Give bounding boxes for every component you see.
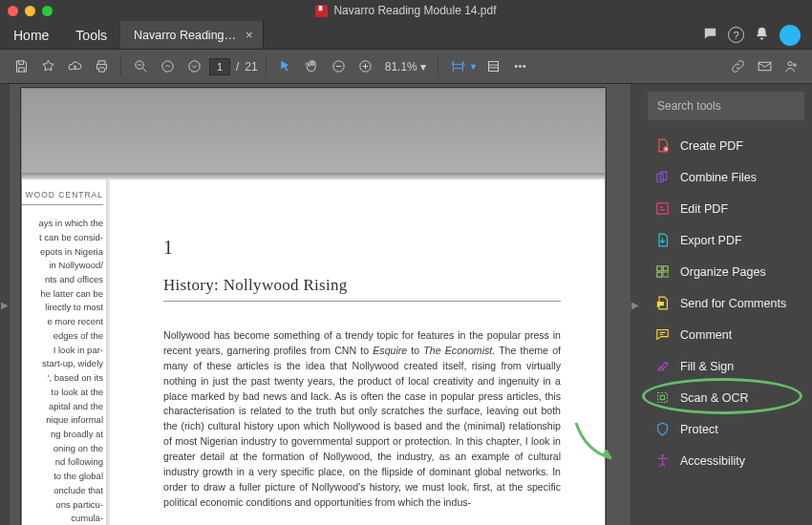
left-page-line: edges of the <box>22 329 103 344</box>
page-separator: / <box>236 60 239 74</box>
left-page-line: oning on the <box>22 442 103 456</box>
svg-point-6 <box>515 65 517 67</box>
tools-sidebar: Search tools Create PDFCombine FilesEdit… <box>640 84 812 525</box>
combine-files-icon <box>653 169 671 186</box>
svg-rect-14 <box>656 203 667 214</box>
accessibility-icon <box>653 452 671 470</box>
tool-label: Organize Pages <box>680 265 766 279</box>
fit-width-icon[interactable] <box>446 55 469 78</box>
left-page-line: ng broadly at <box>22 428 103 442</box>
hand-tool-icon[interactable] <box>301 55 324 78</box>
share-link-icon[interactable] <box>726 55 749 78</box>
page-total: 21 <box>245 60 257 74</box>
zoom-in-icon[interactable] <box>354 55 377 78</box>
close-tab-icon[interactable]: × <box>246 28 253 42</box>
pdf-file-icon: ▘ <box>315 5 328 17</box>
export-pdf-icon <box>653 232 671 249</box>
tab-tools[interactable]: Tools <box>62 21 120 49</box>
svg-rect-18 <box>663 272 668 277</box>
page-display-icon[interactable] <box>481 55 504 78</box>
svg-point-2 <box>188 61 199 72</box>
svg-point-20 <box>661 454 664 457</box>
left-page-line: ', based on its <box>22 371 103 386</box>
tool-fill-sign[interactable]: Fill & Sign <box>640 350 812 382</box>
left-page-line: in Nollywood/ <box>22 259 103 273</box>
star-icon[interactable] <box>36 55 59 78</box>
tool-create-pdf[interactable]: Create PDF <box>640 130 812 161</box>
page-indicator: / 21 <box>209 58 258 75</box>
svg-rect-9 <box>759 62 771 71</box>
zoom-level[interactable]: 81.1% ▾ <box>385 60 426 74</box>
toolbar: / 21 81.1% ▾ ▼ <box>0 50 812 84</box>
tool-combine-files[interactable]: Combine Files <box>640 161 812 193</box>
more-tools-icon[interactable] <box>508 55 531 78</box>
left-page-line: ons particu- <box>22 498 103 513</box>
window-titlebar: ▘ Navarro Reading Module 14.pdf <box>0 0 812 21</box>
left-page-header: WOOD CENTRAL <box>22 189 103 205</box>
svg-rect-15 <box>656 266 661 271</box>
left-page-line: to the global <box>22 470 103 484</box>
tool-label: Create PDF <box>680 139 743 153</box>
left-panel-toggle[interactable]: ▶ <box>0 84 10 525</box>
left-page-line: nique informal <box>22 413 103 428</box>
search-tools-input[interactable]: Search tools <box>648 92 804 120</box>
document-viewport[interactable]: WOOD CENTRAL ays in which thet can be co… <box>10 84 630 525</box>
svg-rect-17 <box>656 272 661 277</box>
window-title: Navarro Reading Module 14.pdf <box>333 4 496 17</box>
cloud-upload-icon[interactable] <box>63 55 86 78</box>
tool-send-for-comments[interactable]: Send for Comments <box>640 287 812 319</box>
left-page-line: lirectly to most <box>22 301 103 315</box>
svg-point-8 <box>523 65 524 67</box>
right-panel-toggle[interactable]: ▶ <box>630 84 640 525</box>
tool-accessibility[interactable]: Accessibility <box>640 445 812 476</box>
tool-label: Accessibility <box>680 454 745 468</box>
tool-organize-pages[interactable]: Organize Pages <box>640 256 812 287</box>
left-page-line: ays in which the <box>22 217 103 231</box>
chat-icon[interactable] <box>702 26 718 45</box>
zoom-out-icon[interactable] <box>328 55 351 78</box>
svg-point-10 <box>787 62 791 66</box>
comment-icon <box>653 326 671 344</box>
tool-protect[interactable]: Protect <box>640 413 812 445</box>
left-page-line: epots in Nigeria <box>22 245 103 260</box>
tool-label: Edit PDF <box>680 202 728 216</box>
tool-label: Combine Files <box>680 171 757 184</box>
email-icon[interactable] <box>753 55 776 78</box>
scan-ocr-icon <box>653 389 671 407</box>
svg-rect-19 <box>657 393 667 403</box>
tab-document[interactable]: Navarro Reading… × <box>120 21 264 49</box>
share-person-icon[interactable] <box>780 55 802 78</box>
svg-rect-5 <box>488 62 498 72</box>
left-page-line: nts and offices <box>22 273 103 287</box>
notifications-icon[interactable] <box>754 26 770 45</box>
selection-tool-icon[interactable] <box>274 55 297 78</box>
left-page-line: apital and the <box>22 400 103 414</box>
tab-document-label: Navarro Reading… <box>134 29 236 42</box>
tool-export-pdf[interactable]: Export PDF <box>640 224 812 256</box>
print-icon[interactable] <box>90 55 113 78</box>
tool-edit-pdf[interactable]: Edit PDF <box>640 193 812 224</box>
left-page-line: t can be consid- <box>22 231 103 245</box>
zoom-out-magnifier-icon[interactable] <box>129 55 152 78</box>
tab-home[interactable]: Home <box>0 21 62 49</box>
chevron-down-icon[interactable]: ▼ <box>469 62 478 72</box>
left-page-line: nd following <box>22 455 103 470</box>
tool-label: Send for Comments <box>680 297 786 310</box>
page-down-icon[interactable] <box>182 55 205 78</box>
account-avatar[interactable] <box>780 25 801 46</box>
left-page-fragment: WOOD CENTRAL ays in which thet can be co… <box>22 179 110 525</box>
left-page-line: to look at the <box>22 386 103 400</box>
help-icon[interactable]: ? <box>728 27 744 43</box>
tool-comment[interactable]: Comment <box>640 319 812 350</box>
protect-icon <box>653 421 671 438</box>
chapter-title: History: Nollywood Rising <box>163 276 561 302</box>
page-number-input[interactable] <box>209 58 230 75</box>
save-icon[interactable] <box>10 55 32 78</box>
left-page-line: he latter can be <box>22 287 103 302</box>
left-page-line: onclude that <box>22 484 103 498</box>
tool-label: Export PDF <box>680 234 742 247</box>
page-up-icon[interactable] <box>156 55 179 78</box>
tab-bar: Home Tools Navarro Reading… × ? <box>0 21 812 50</box>
fill-sign-icon <box>653 358 671 375</box>
tool-scan-ocr[interactable]: Scan & OCR <box>640 382 812 413</box>
